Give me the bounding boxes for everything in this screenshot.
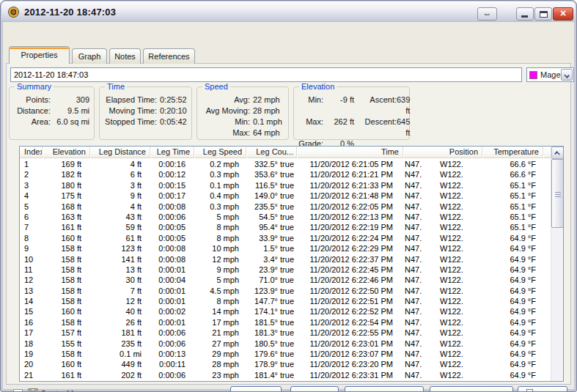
table-row[interactable]: 16 158 ft 26 ft 0:00:01 17 mph 181.5° tr… (20, 317, 551, 328)
table-row[interactable]: 7 161 ft 59 ft 0:00:05 8 mph 95.4° true … (20, 222, 551, 232)
cell-time: 11/20/2012 6:23:07 PM (297, 349, 403, 359)
cell-position: N47. W122. (403, 296, 482, 306)
scrollbar-up-button[interactable] (551, 147, 564, 159)
cell-longitude: W122. (440, 380, 482, 381)
cell-time: 11/20/2012 6:23:37 PM (297, 380, 403, 381)
cell-leg-course: 3.4° true (246, 254, 297, 265)
table-row[interactable]: 22 161 ft 44 ft 0:00:02 19 mph 182.1° tr… (20, 380, 551, 381)
column-header-time[interactable]: Time (297, 147, 403, 158)
minimize-button[interactable] (516, 7, 534, 21)
center-map-checkbox[interactable] (13, 389, 23, 392)
column-header-elevation[interactable]: Elevation (43, 147, 90, 158)
column-header-leg-distance[interactable]: Leg Distance (90, 147, 150, 158)
cell-longitude: W122. (440, 169, 482, 180)
cell-temperature: 65.1 °F (482, 212, 543, 222)
swap-panes-button[interactable]: ⇔ (477, 7, 497, 21)
cell-index: 9 (20, 243, 43, 254)
table-row[interactable]: 14 158 ft 12 ft 0:00:01 8 mph 147.7° tru… (20, 296, 551, 306)
dropdown-arrow-button[interactable] (561, 69, 573, 81)
table-row[interactable]: 11 158 ft 13 ft 0:00:01 9 mph 23.9° true… (20, 265, 551, 275)
print-button[interactable]: Print... (518, 386, 567, 392)
table-row[interactable]: 18 155 ft 235 ft 0:00:06 27 mph 180.5° t… (20, 339, 551, 349)
cell-leg-speed: 8 mph (194, 222, 246, 232)
table-row[interactable]: 5 168 ft 4 ft 0:00:08 0.3 mph 235.5° tru… (20, 201, 551, 212)
cell-leg-course: 332.5° true (246, 159, 297, 169)
cell-leg-course: 182.1° true (246, 380, 297, 381)
tab-label: Properties (21, 51, 57, 59)
cell-leg-time: 0:00:08 (150, 201, 194, 212)
table-row[interactable]: 13 158 ft 7 ft 0:00:01 4.5 mph 123.9° tr… (20, 286, 551, 296)
table-row[interactable]: 2 182 ft 6 ft 0:00:12 0.3 mph 353.6° tru… (20, 169, 551, 180)
close-button[interactable]: × (553, 7, 573, 21)
cell-temperature: 65.1 °F (482, 222, 543, 232)
cell-leg-course: 149.0° true (246, 191, 297, 201)
table-row[interactable]: 9 158 ft 123 ft 0:00:08 10 mph 1.5° true… (20, 243, 551, 254)
tab-graph[interactable]: Graph (72, 48, 107, 64)
create-route-button[interactable]: Create Route... (345, 386, 424, 392)
table-row[interactable]: 20 160 ft 449 ft 0:00:11 28 mph 178.9° t… (20, 359, 551, 369)
cell-leg-distance: 59 ft (90, 222, 150, 232)
column-header-leg-speed[interactable]: Leg Speed (194, 147, 246, 158)
table-row[interactable]: 1 169 ft 4 ft 0:00:16 0.2 mph 332.5° tru… (20, 159, 551, 169)
tab-references[interactable]: References (143, 48, 195, 64)
cell-latitude: N47. (403, 339, 440, 349)
tab-notes[interactable]: Notes (109, 48, 141, 64)
create-adventure-button[interactable]: Create Adventure... (430, 386, 513, 392)
table-row[interactable]: 3 180 ft 3 ft 0:00:15 0.1 mph 116.5° tru… (20, 180, 551, 191)
groupbox-title: Speed (202, 82, 230, 91)
table-row[interactable]: 19 158 ft 0.1 mi 0:00:13 29 mph 179.6° t… (20, 349, 551, 359)
cell-leg-course: 180.5° true (246, 339, 297, 349)
cell-leg-speed: 5 mph (194, 212, 246, 222)
vertical-scrollbar[interactable] (551, 147, 563, 381)
cell-leg-distance: 12 ft (90, 296, 150, 306)
cell-leg-speed: 28 mph (194, 359, 246, 369)
stat-label: Ascent: (354, 95, 397, 117)
cell-leg-course: 95.4° true (246, 222, 297, 232)
cell-leg-distance: 44 ft (90, 380, 150, 381)
cell-leg-speed: 0.3 mph (194, 169, 246, 180)
table-row[interactable]: 21 161 ft 202 ft 0:00:06 23 mph 181.4° t… (20, 370, 551, 380)
cell-elevation: 158 ft (43, 275, 90, 285)
maximize-button[interactable] (534, 7, 552, 21)
cell-latitude: N47. (403, 159, 440, 169)
cell-leg-speed: 27 mph (194, 339, 246, 349)
invert-button[interactable]: Invert (290, 386, 339, 392)
scrollbar-thumb[interactable] (551, 159, 564, 228)
column-header-leg-course[interactable]: Leg Cou... (246, 147, 297, 158)
cell-longitude: W122. (440, 254, 482, 265)
cell-leg-course: 179.6° true (246, 349, 297, 359)
cell-leg-speed: 29 mph (194, 349, 246, 359)
cell-index: 5 (20, 201, 43, 212)
minimize-icon (521, 15, 528, 18)
color-dropdown[interactable]: Magenta (526, 67, 574, 82)
table-row[interactable]: 6 163 ft 43 ft 0:00:06 5 mph 54.5° true … (20, 212, 551, 222)
cell-time: 11/20/2012 6:22:45 PM (297, 265, 403, 275)
cell-position: N47. W122. (403, 349, 482, 359)
cell-longitude: W122. (440, 286, 482, 296)
cell-index: 2 (20, 169, 43, 180)
column-header-position[interactable]: Position (403, 147, 482, 158)
column-header-index[interactable]: Index (20, 147, 43, 158)
cell-position: N47. W122. (403, 339, 482, 349)
table-row[interactable]: 10 158 ft 141 ft 0:00:08 12 mph 3.4° tru… (20, 254, 551, 265)
track-name-input[interactable] (10, 67, 522, 82)
table-row[interactable]: 4 175 ft 9 ft 0:00:17 0.4 mph 149.0° tru… (20, 191, 551, 201)
cell-leg-distance: 4 ft (90, 159, 150, 169)
table-row[interactable]: 17 157 ft 181 ft 0:00:06 21 mph 181.3° t… (20, 328, 551, 338)
table-row[interactable]: 12 158 ft 30 ft 0:00:04 5 mph 71.0° true… (20, 275, 551, 285)
column-header-temperature[interactable]: Temperature (482, 147, 543, 158)
cell-latitude: N47. (403, 296, 440, 306)
tab-properties[interactable]: Properties (9, 46, 70, 64)
cell-leg-distance: 123 ft (90, 243, 150, 254)
column-header-leg-time[interactable]: Leg Time (150, 147, 194, 158)
cell-longitude: W122. (440, 233, 482, 243)
cell-latitude: N47. (403, 222, 440, 232)
filter-button[interactable]: Filter... (230, 386, 282, 392)
groupbox-elevation: Elevation Min:-9 ftAscent:639 ft Max:262… (293, 86, 410, 140)
title-bar[interactable]: 2012-11-20 18:47:03 ⇔ × (1, 1, 576, 22)
cell-temperature: 64.9 °F (482, 339, 543, 349)
cell-leg-time: 0:00:01 (150, 296, 194, 306)
table-row[interactable]: 8 160 ft 61 ft 0:00:05 8 mph 33.9° true … (20, 233, 551, 243)
table-row[interactable]: 15 160 ft 40 ft 0:00:02 14 mph 174.1° tr… (20, 306, 551, 317)
stat-value: 262 ft (323, 117, 354, 138)
